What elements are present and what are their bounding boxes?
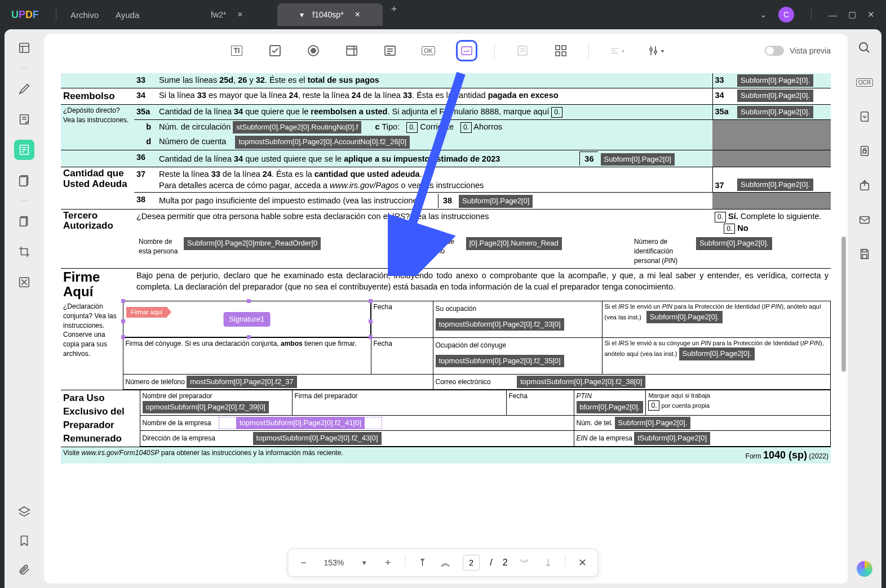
protect-icon[interactable] — [854, 141, 875, 161]
signature-badge: Signature1 — [223, 311, 270, 326]
tab-dropdown-icon[interactable]: ▾ — [300, 10, 304, 19]
crop-tool[interactable] — [14, 242, 34, 262]
form-field[interactable]: Subform[0].Page2[0] — [601, 153, 675, 166]
form-align-tool[interactable] — [512, 40, 533, 61]
close-controls-button[interactable]: ✕ — [576, 556, 590, 569]
tab-fw2[interactable]: fw2* × — [176, 3, 277, 26]
last-page-button[interactable]: ⤓ — [542, 556, 555, 569]
text-field-tool[interactable]: TI — [226, 40, 247, 61]
user-avatar[interactable]: C — [778, 7, 794, 23]
form-field[interactable]: Subform[0].Page2[0]mbre_ReadOrder[0 — [184, 237, 321, 250]
svg-point-37 — [654, 51, 657, 53]
svg-rect-30 — [562, 46, 566, 50]
prev-page-button[interactable]: ︽ — [439, 556, 453, 569]
window-controls: ⌄ C — ▢ ✕ — [760, 7, 886, 23]
form-field[interactable]: Subform[0].Page2[0]. — [737, 179, 813, 191]
page-number-input[interactable] — [463, 555, 480, 571]
svg-rect-42 — [861, 146, 869, 156]
zoom-in-button[interactable]: + — [381, 557, 395, 569]
main-area: TI OK ▾ ▾ Vista previa — [5, 29, 881, 588]
sidebar-left — [5, 29, 44, 588]
form-field[interactable]: opmostSubform[0].Page2[0].f2_39[0] — [143, 401, 269, 413]
tab-f1040sp[interactable]: ▾ f1040sp* × — [277, 3, 383, 26]
save-icon[interactable] — [854, 244, 875, 264]
edit-tool[interactable] — [14, 109, 34, 130]
maximize-button[interactable]: ▢ — [848, 10, 856, 20]
comment-tool[interactable] — [14, 79, 34, 99]
ai-assistant-icon[interactable] — [857, 561, 872, 577]
form-field[interactable]: bform[0].Page2[0]. — [577, 401, 644, 413]
layers-icon[interactable] — [14, 502, 34, 522]
svg-rect-31 — [556, 52, 560, 56]
form-field[interactable]: stSubform[0].Page2[0].RoutingNo[0].f — [233, 121, 361, 133]
search-icon[interactable] — [854, 38, 875, 58]
redact-tool[interactable] — [14, 272, 34, 292]
button-tool[interactable]: OK — [418, 40, 439, 61]
page-tool[interactable] — [14, 170, 34, 190]
document-viewport[interactable]: 33 Sume las líneas 25d, 26 y 32. Éste es… — [44, 68, 848, 583]
svg-rect-29 — [556, 46, 560, 50]
form-field[interactable]: topmostSubform[0].Page2[0].f2_35[0] — [436, 355, 564, 367]
signature-field[interactable]: Firmar aquí Signature1 — [123, 301, 371, 337]
bookmark-icon[interactable] — [14, 531, 34, 551]
tab-label: f1040sp* — [312, 10, 343, 19]
form-field[interactable]: Subform[0].Page2[0]. — [737, 74, 813, 87]
menu-ayuda[interactable]: Ayuda — [107, 10, 148, 20]
svg-rect-47 — [862, 255, 866, 259]
form-field[interactable]: Subform[0].Page2[0]. — [737, 90, 813, 102]
sidebar-right: OCR — [848, 29, 881, 588]
form-field[interactable]: mostSubform[0].Page2[0].f2_37 — [187, 376, 297, 388]
form-grid-tool[interactable] — [550, 40, 572, 61]
attachment-icon[interactable] — [14, 559, 34, 580]
form-field[interactable]: topmostSubform[0].Page2[0].AccountNo[0].… — [235, 136, 410, 148]
svg-rect-43 — [863, 150, 866, 153]
svg-rect-32 — [562, 52, 566, 56]
close-button[interactable]: ✕ — [867, 10, 875, 20]
first-page-button[interactable]: ⤒ — [415, 556, 429, 569]
close-icon[interactable]: × — [355, 10, 360, 20]
svg-rect-45 — [860, 217, 870, 224]
form-tool[interactable] — [14, 140, 34, 160]
ocr-icon[interactable]: OCR — [854, 72, 875, 92]
email-icon[interactable] — [854, 210, 875, 230]
align-options-tool[interactable]: ▾ — [606, 40, 627, 61]
zoom-dropdown-icon[interactable]: ▼ — [357, 559, 371, 566]
zoom-out-button[interactable]: − — [296, 557, 310, 569]
form-field[interactable]: topmostSubform[0].Page2[0].f2_41[0] — [236, 417, 365, 429]
listbox-tool[interactable] — [379, 40, 401, 61]
form-field[interactable]: Subform[0].Page2[0]. — [737, 106, 813, 118]
minimize-button[interactable]: — — [829, 10, 837, 20]
app-logo: UPDF — [0, 9, 50, 21]
vertical-scrollbar[interactable] — [841, 107, 846, 445]
dropdown-tool[interactable] — [341, 40, 362, 61]
form-field[interactable]: topmostSubform[0].Page2[0].f2_38[0] — [517, 376, 645, 388]
signature-tool[interactable] — [456, 40, 477, 61]
svg-point-39 — [860, 43, 867, 51]
close-icon[interactable]: × — [237, 10, 242, 20]
radio-tool[interactable] — [303, 40, 324, 61]
zoom-value[interactable]: 153% — [320, 558, 347, 567]
form-field[interactable]: Subform[0].Page2[0]. — [615, 417, 691, 429]
preview-toggle[interactable] — [765, 46, 784, 56]
form-field[interactable]: Subform[0].Page2[0]. — [696, 237, 772, 250]
checkbox-tool[interactable] — [264, 40, 286, 61]
chevron-down-icon[interactable]: ⌄ — [760, 10, 767, 20]
add-tab-button[interactable]: + — [383, 3, 406, 26]
thumbnail-tool[interactable] — [14, 38, 34, 58]
convert-icon[interactable] — [854, 106, 875, 127]
menu-archivo[interactable]: Archivo — [62, 10, 107, 20]
svg-rect-25 — [462, 47, 472, 55]
content-area: TI OK ▾ ▾ Vista previa — [44, 34, 848, 583]
form-field[interactable]: topmostSubform[0].Page2[0].f2_43[0] — [253, 432, 382, 444]
share-icon[interactable] — [854, 175, 875, 195]
form-field[interactable]: topmostSubform[0].Page2[0].f2_33[0] — [436, 318, 564, 331]
tools-options[interactable]: ▾ — [644, 40, 666, 61]
form-field[interactable]: [0].Page2[0].Numero_Read — [466, 237, 562, 250]
next-page-button[interactable]: ︾ — [518, 556, 531, 569]
form-field[interactable]: Subform[0].Page2[0] — [459, 195, 533, 207]
organize-tool[interactable] — [14, 211, 34, 231]
title-bar: UPDF Archivo Ayuda fw2* × ▾ f1040sp* × +… — [0, 0, 886, 29]
form-field[interactable]: Subform[0].Page2[0]. — [679, 348, 755, 360]
form-field[interactable]: tSubform[0].Page2[0] — [634, 432, 710, 444]
form-field[interactable]: Subform[0].Page2[0]. — [646, 311, 723, 323]
